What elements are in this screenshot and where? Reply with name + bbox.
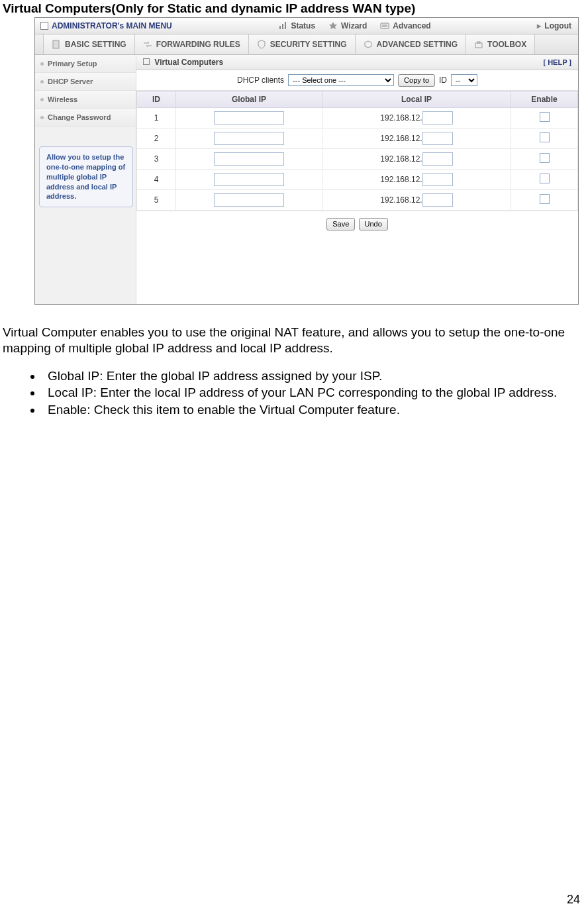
page-title: Virtual Computers(Only for Static and dy… (0, 0, 588, 16)
top-nav-label: Logout (544, 21, 571, 30)
list-item: Global IP: Enter the global IP address a… (42, 368, 581, 384)
global-ip-input[interactable] (214, 193, 284, 207)
sidebar-item-label: Change Password (48, 113, 111, 121)
enable-checkbox[interactable] (540, 132, 550, 142)
cell-id: 2 (137, 128, 176, 149)
copy-to-button[interactable]: Copy to (398, 74, 435, 87)
top-nav-wizard[interactable]: Wizard (322, 18, 373, 34)
wizard-icon (328, 21, 338, 30)
local-ip-input[interactable] (422, 193, 453, 207)
tab-advanced-setting[interactable]: ADVANCED SETTING (356, 34, 466, 54)
id-select[interactable]: -- (451, 74, 477, 86)
svg-rect-2 (285, 22, 286, 29)
cube-icon (364, 40, 373, 49)
advanced-icon (380, 21, 389, 30)
enable-checkbox[interactable] (540, 194, 550, 204)
svg-rect-1 (282, 24, 283, 29)
svg-rect-5 (382, 25, 387, 27)
bullet-icon (40, 62, 44, 66)
local-ip-input[interactable] (422, 173, 453, 186)
virtual-computers-table: ID Global IP Local IP Enable 1192.168.12… (136, 91, 578, 211)
local-ip-prefix: 192.168.12. (380, 195, 422, 205)
local-ip-input[interactable] (422, 132, 453, 145)
sidebar-item-dhcp-server[interactable]: DHCP Server (35, 73, 136, 91)
cell-enable (511, 128, 578, 149)
help-link[interactable]: [ HELP ] (543, 58, 571, 66)
cell-id: 5 (137, 190, 176, 211)
table-row: 2192.168.12. (137, 128, 578, 149)
cell-local-ip: 192.168.12. (322, 108, 511, 128)
local-ip-prefix: 192.168.12. (380, 113, 422, 123)
svg-rect-6 (53, 40, 59, 48)
tab-label: BASIC SETTING (65, 40, 126, 49)
col-local-ip: Local IP (322, 91, 511, 108)
save-button[interactable]: Save (326, 218, 355, 230)
sidebar-item-primary-setup[interactable]: Primary Setup (35, 55, 136, 73)
cell-enable (511, 190, 578, 211)
enable-checkbox[interactable] (540, 174, 550, 183)
cell-global-ip (176, 108, 322, 128)
box-icon (40, 22, 48, 30)
tab-security-setting[interactable]: SECURITY SETTING (249, 34, 356, 54)
toolbox-icon (474, 40, 483, 49)
tab-basic-setting[interactable]: BASIC SETTING (43, 34, 135, 54)
top-nav-status[interactable]: Status (271, 18, 322, 34)
page-number: 24 (567, 893, 580, 907)
tab-forwarding-rules[interactable]: FORWARDING RULES (135, 34, 249, 54)
undo-button[interactable]: Undo (359, 218, 388, 230)
cell-id: 4 (137, 170, 176, 190)
enable-checkbox[interactable] (540, 112, 550, 122)
arrows-icon (143, 40, 152, 49)
table-row: 4192.168.12. (137, 170, 578, 190)
cell-enable (511, 170, 578, 190)
sidebar: Primary Setup DHCP Server Wireless Chang… (35, 55, 136, 304)
svg-rect-8 (477, 42, 480, 43)
enable-checkbox[interactable] (540, 153, 550, 163)
id-label: ID (439, 76, 447, 85)
global-ip-input[interactable] (214, 152, 284, 166)
cell-global-ip (176, 149, 322, 170)
sidebar-item-wireless[interactable]: Wireless (35, 91, 136, 109)
button-row: Save Undo (136, 211, 578, 234)
top-nav-label: Wizard (341, 21, 367, 30)
table-row: 5192.168.12. (137, 190, 578, 211)
admin-menu-title: ADMINISTRATOR's MAIN MENU (35, 18, 179, 34)
panel-title-text: Virtual Computers (154, 58, 223, 67)
tab-label: TOOLBOX (487, 40, 526, 49)
global-ip-input[interactable] (214, 173, 284, 186)
panel-title: Virtual Computers (143, 58, 223, 67)
bullet-icon (40, 98, 44, 101)
cell-enable (511, 108, 578, 128)
sidebar-item-label: Primary Setup (48, 60, 97, 68)
tab-toolbox[interactable]: TOOLBOX (466, 34, 535, 54)
col-global-ip: Global IP (176, 91, 322, 108)
tab-label: FORWARDING RULES (156, 40, 240, 49)
dhcp-client-select[interactable]: --- Select one --- (288, 74, 394, 86)
table-row: 1192.168.12. (137, 108, 578, 128)
admin-menu-label: ADMINISTRATOR's MAIN MENU (52, 21, 172, 30)
content-panel: Virtual Computers [ HELP ] DHCP clients … (136, 55, 578, 304)
top-nav-logout[interactable]: ▸ Logout (530, 18, 578, 34)
local-ip-input[interactable] (422, 111, 453, 125)
global-ip-input[interactable] (214, 132, 284, 145)
top-menu-bar: ADMINISTRATOR's MAIN MENU Status Wizard … (35, 18, 578, 34)
global-ip-input[interactable] (214, 111, 284, 125)
sidebar-item-label: Wireless (48, 95, 77, 103)
svg-marker-3 (329, 22, 337, 29)
description-paragraph: Virtual Computer enables you to use the … (3, 325, 583, 356)
dhcp-clients-row: DHCP clients --- Select one --- Copy to … (136, 70, 578, 91)
cell-global-ip (176, 170, 322, 190)
table-row: 3192.168.12. (137, 149, 578, 170)
top-nav-advanced[interactable]: Advanced (373, 18, 437, 34)
cell-id: 3 (137, 149, 176, 170)
list-item: Enable: Check this item to enable the Vi… (42, 402, 581, 418)
cell-local-ip: 192.168.12. (322, 128, 511, 149)
tab-label: SECURITY SETTING (270, 40, 347, 49)
local-ip-input[interactable] (422, 152, 453, 166)
document-icon (52, 40, 61, 49)
bullet-list: Global IP: Enter the global IP address a… (25, 368, 581, 418)
top-nav-label: Advanced (393, 21, 430, 30)
cell-local-ip: 192.168.12. (322, 190, 511, 211)
tab-bar: BASIC SETTING FORWARDING RULES SECURITY … (35, 34, 578, 55)
sidebar-item-change-password[interactable]: Change Password (35, 109, 136, 127)
